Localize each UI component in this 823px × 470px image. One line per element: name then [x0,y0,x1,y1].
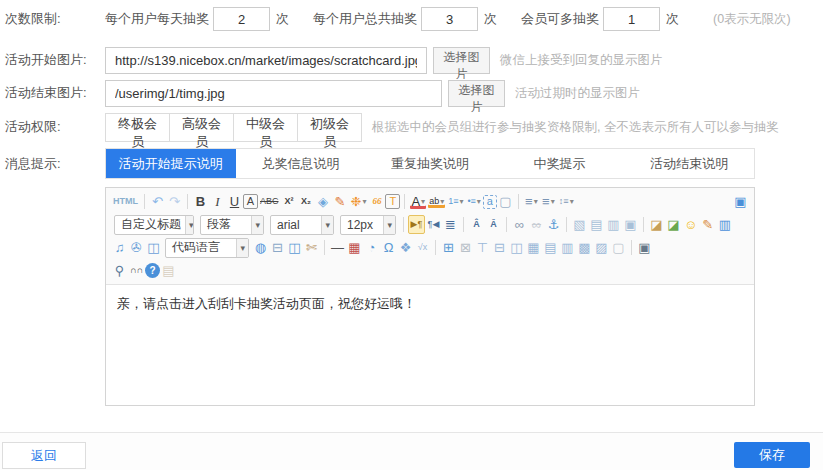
clear-format-icon[interactable]: ◈ [315,192,332,211]
member-group-button[interactable]: 初级会员 [297,113,362,142]
unordered-list-icon[interactable]: •≡▾ [465,192,482,211]
back-button[interactable]: 返回 [2,442,86,469]
blockquote-icon[interactable]: 66 [368,192,385,211]
merge-down-icon[interactable]: ▩ [576,238,593,257]
message-label: 消息提示: [0,155,105,173]
style-select[interactable]: 自定义标题▾ [114,215,194,235]
start-image-hint: 微信上接受到回复的显示图片 [500,52,663,69]
upload-image-icon[interactable]: ◪ [665,215,682,234]
snapshot-icon[interactable]: ✄ [303,238,320,257]
highlight-icon[interactable]: ab▾ [427,195,446,209]
font-color-icon[interactable]: A▾ [409,194,427,210]
justify-icon[interactable]: ≣ [442,215,459,234]
pagebreak-icon[interactable]: ⊟ [269,238,286,257]
map-icon[interactable]: ◍ [252,238,269,257]
preview-icon[interactable]: ⚲ [111,261,128,280]
member-extra-unit: 次 [666,10,679,28]
paragraph-select[interactable]: 段落▾ [200,215,264,235]
paste-plain-icon[interactable]: T [385,194,400,209]
ordered-list-icon[interactable]: 1≡▾ [446,192,465,211]
message-tab[interactable]: 中奖提示 [495,149,625,178]
source-icon[interactable]: HTML [111,192,140,211]
time-icon[interactable]: ◔ [363,238,380,257]
per-day-input[interactable] [213,7,270,31]
insert-col-icon[interactable]: ◫ [508,238,525,257]
bold-icon[interactable]: B [192,192,209,211]
omega-icon[interactable]: Ω [380,238,397,257]
undo-icon[interactable]: ↶ [149,192,166,211]
print-icon[interactable]: ▣ [636,238,653,257]
message-tab[interactable]: 活动开始提示说明 [106,149,236,178]
fullscreen-icon[interactable]: ▣ [732,192,749,211]
link-icon[interactable]: ∞ [511,215,528,234]
underline-icon[interactable]: U [226,192,243,211]
message-tab[interactable]: 兑奖信息说明 [236,149,366,178]
hr-icon[interactable]: — [329,238,346,257]
member-group-button[interactable]: 终极会员 [105,113,170,142]
font-lower-icon[interactable]: Ă [485,215,502,234]
font-family-select[interactable]: arial▾ [270,215,334,235]
table-sort-icon[interactable]: ▨ [593,238,610,257]
merge-cells-icon[interactable]: ▦ [525,238,542,257]
merge-right-icon[interactable]: ▥ [559,238,576,257]
italic-icon[interactable]: I [209,192,226,211]
emotion-icon[interactable]: ☺ [682,215,699,234]
align-icon[interactable]: ≡▾ [540,192,557,211]
start-image-choose-button[interactable]: 选择图片 [433,47,490,74]
img-left-icon[interactable]: ▧ [571,215,588,234]
split-cells-icon[interactable]: ▤ [542,238,559,257]
end-image-choose-button[interactable]: 选择图片 [448,80,505,107]
columns-icon[interactable]: ◫ [286,238,303,257]
formula-icon[interactable]: √x [414,238,431,257]
format-brush-icon[interactable]: ✎ [332,192,349,211]
start-image-input[interactable] [105,47,427,74]
music-icon[interactable]: ♫ [111,238,128,257]
video-icon[interactable]: ▥ [716,215,733,234]
message-row: 消息提示: 活动开始提示说明兑奖信息说明重复抽奖说明中奖提示活动结束说明 [0,148,755,179]
date-icon[interactable]: ▦ [346,238,363,257]
indent-icon[interactable]: ▶¶ [408,215,425,234]
end-image-input[interactable] [105,80,442,107]
member-group-button[interactable]: 中级会员 [233,113,298,142]
anchor-icon[interactable]: a [483,195,497,209]
anchor-set-icon[interactable]: ⚓ [545,215,562,234]
img-center-icon[interactable]: ▣ [622,215,639,234]
table-title-icon[interactable]: ⊤ [474,238,491,257]
delete-table-icon[interactable]: ⊠ [457,238,474,257]
img-inline-icon[interactable]: ▤ [588,215,605,234]
font-size-select[interactable]: 12px▾ [340,215,396,235]
insert-row-icon[interactable]: ⊟ [491,238,508,257]
paragraph-dir-icon[interactable]: ¶◀ [425,215,442,234]
redo-icon[interactable]: ↷ [166,192,183,211]
auto-typeset-icon[interactable]: ❉▾ [349,192,369,211]
spechars-icon[interactable]: ❖ [397,238,414,257]
insert-video-icon[interactable]: ◫ [145,238,162,257]
superscript-icon[interactable]: X² [281,192,298,211]
help-icon[interactable]: ? [145,263,160,278]
message-tab[interactable]: 活动结束说明 [624,149,754,178]
member-group-button[interactable]: 高级会员 [169,113,234,142]
member-extra-input[interactable] [603,7,660,31]
doc-icon[interactable]: ▢ [610,238,627,257]
unlink-icon[interactable]: ∞ [528,215,545,234]
blank-doc-icon[interactable]: ▢ [497,192,514,211]
attachment-icon[interactable]: ✇ [128,238,145,257]
insert-table-icon[interactable]: ⊞ [440,238,457,257]
indent-first-icon[interactable]: ≡▾ [523,192,540,211]
message-tab[interactable]: 重复抽奖说明 [365,149,495,178]
message-tabs: 活动开始提示说明兑奖信息说明重复抽奖说明中奖提示活动结束说明 [105,148,755,179]
line-height-icon[interactable]: ↕≡▾ [557,192,576,211]
paste-icon[interactable]: ▤ [160,261,177,280]
img-right-icon[interactable]: ▥ [605,215,622,234]
scrawl-icon[interactable]: ✎ [699,215,716,234]
subscript-icon[interactable]: X₂ [298,192,315,211]
strikethrough-icon[interactable]: ABC [258,192,281,211]
total-input[interactable] [421,7,478,31]
search-replace-icon[interactable]: ∩∩ [128,261,145,280]
font-raise-icon[interactable]: Â [468,215,485,234]
editor-content[interactable]: 亲，请点击进入刮刮卡抽奖活动页面，祝您好运哦！ [106,285,754,405]
code-language-select[interactable]: 代码语言▾ [165,238,249,258]
save-button[interactable]: 保存 [734,442,810,468]
insert-image-icon[interactable]: ◪ [648,215,665,234]
char-border-icon[interactable]: A [243,194,258,209]
